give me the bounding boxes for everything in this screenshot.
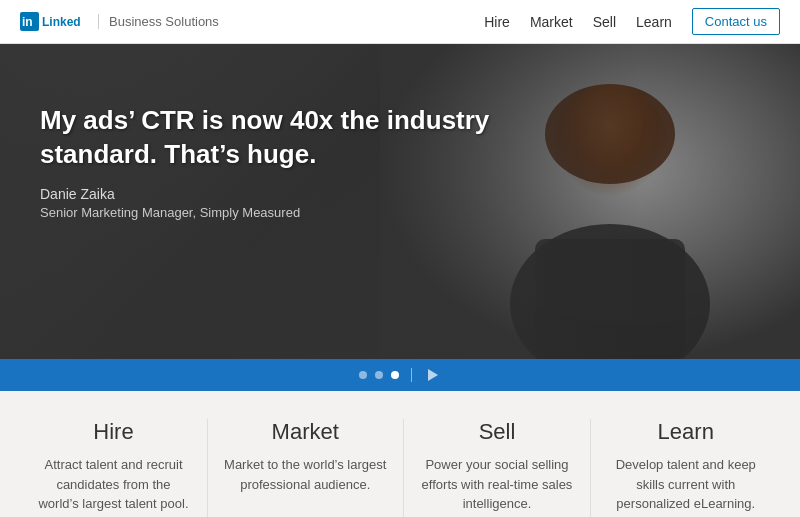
hero-person-title: Senior Marketing Manager, Simply Measure…: [40, 205, 500, 220]
solution-desc-learn: Develop talent and keep skills current w…: [606, 455, 765, 514]
linkedin-logo: in Linked: [20, 12, 88, 32]
solution-item-learn: Learn Develop talent and keep skills cur…: [591, 419, 780, 517]
solution-title-hire: Hire: [93, 419, 133, 445]
solution-title-learn: Learn: [658, 419, 714, 445]
hero-name: Danie Zaika: [40, 186, 500, 202]
carousel-divider: [411, 368, 412, 382]
svg-text:in: in: [22, 15, 33, 29]
carousel-bar: [0, 359, 800, 391]
solution-item-market: Market Market to the world’s largest pro…: [208, 419, 404, 517]
header-nav: Hire Market Sell Learn Contact us: [484, 8, 780, 35]
nav-hire[interactable]: Hire: [484, 14, 510, 30]
nav-learn[interactable]: Learn: [636, 14, 672, 30]
carousel-play-button[interactable]: [424, 366, 442, 384]
solution-title-sell: Sell: [479, 419, 516, 445]
play-icon: [428, 369, 438, 381]
hero-section: My ads’ CTR is now 40x the industry stan…: [0, 44, 800, 359]
business-solutions-label: Business Solutions: [98, 14, 219, 29]
nav-market[interactable]: Market: [530, 14, 573, 30]
nav-sell[interactable]: Sell: [593, 14, 616, 30]
header-left: in Linked Business Solutions: [20, 12, 219, 32]
solutions-section: Hire Attract talent and recruit candidat…: [0, 391, 800, 517]
solution-desc-market: Market to the world’s largest profession…: [223, 455, 388, 507]
header: in Linked Business Solutions Hire Market…: [0, 0, 800, 44]
contact-button[interactable]: Contact us: [692, 8, 780, 35]
hero-quote: My ads’ CTR is now 40x the industry stan…: [40, 104, 500, 172]
solution-item-hire: Hire Attract talent and recruit candidat…: [20, 419, 208, 517]
solution-item-sell: Sell Power your social selling efforts w…: [404, 419, 592, 517]
solution-desc-sell: Power your social selling efforts with r…: [419, 455, 576, 514]
carousel-dot-2[interactable]: [375, 371, 383, 379]
hero-content: My ads’ CTR is now 40x the industry stan…: [40, 104, 500, 220]
carousel-dot-3[interactable]: [391, 371, 399, 379]
solution-desc-hire: Attract talent and recruit candidates fr…: [35, 455, 192, 514]
solution-title-market: Market: [272, 419, 339, 445]
carousel-dot-1[interactable]: [359, 371, 367, 379]
svg-text:Linked: Linked: [42, 15, 81, 29]
